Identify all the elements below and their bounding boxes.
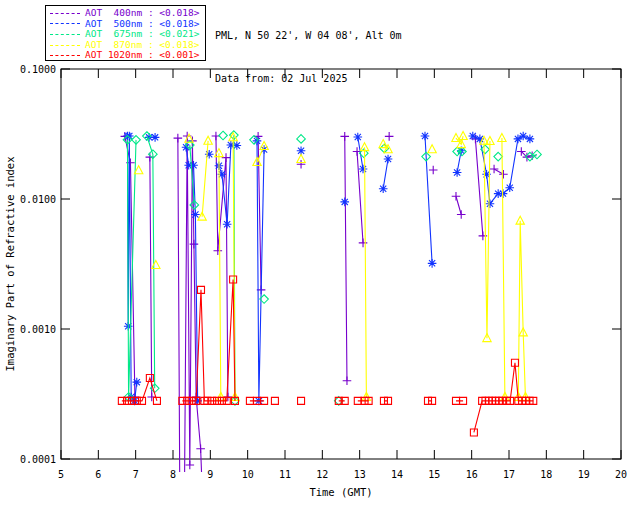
data-point-marker — [297, 135, 306, 144]
data-point-marker — [343, 376, 352, 385]
x-tick-label: 10 — [242, 469, 254, 480]
data-point-marker — [428, 259, 437, 268]
x-tick-label: 12 — [316, 469, 328, 480]
data-point-marker — [180, 475, 189, 484]
data-point-marker — [359, 239, 368, 248]
data-point-marker — [384, 155, 393, 164]
x-tick-label: 17 — [503, 469, 515, 480]
x-tick-label: 11 — [279, 469, 291, 480]
x-tick-label: 5 — [58, 469, 64, 480]
y-axis-title: Imaginary Part of Refractive index — [4, 157, 16, 372]
data-point-marker — [222, 153, 231, 162]
y-tick-label: 0.0010 — [20, 324, 56, 335]
x-tick-label: 13 — [354, 469, 366, 480]
series-line — [202, 136, 525, 397]
data-point-marker — [298, 397, 305, 404]
refractive-index-chart: 5678910111213141516171819200.10000.01000… — [0, 0, 640, 512]
x-tick-label: 14 — [391, 469, 403, 480]
data-point-marker — [219, 131, 228, 140]
data-point-marker — [499, 170, 508, 179]
data-point-marker — [385, 132, 394, 141]
data-point-marker — [490, 165, 499, 174]
x-tick-label: 19 — [578, 469, 590, 480]
data-point-marker — [152, 261, 160, 269]
data-point-marker — [429, 166, 438, 175]
x-axis-title: Time (GMT) — [309, 486, 372, 498]
y-tick-label: 0.1000 — [20, 64, 56, 75]
data-point-marker — [494, 152, 503, 161]
aeronet-refractive-index-screen: AOT 400nm : <0.018>AOT 500nm : <0.018>AO… — [0, 0, 640, 512]
data-point-marker — [340, 132, 349, 141]
data-point-marker — [452, 134, 460, 142]
data-point-marker — [132, 378, 141, 387]
data-point-marker — [359, 165, 368, 174]
data-point-marker — [191, 210, 200, 219]
data-point-marker — [151, 133, 160, 142]
series-aot-500nm — [123, 132, 534, 405]
data-point-marker — [340, 198, 349, 207]
series-aot-1020nm — [118, 276, 536, 436]
data-point-marker — [428, 145, 436, 153]
x-tick-label: 15 — [428, 469, 440, 480]
y-tick-label: 0.0001 — [20, 454, 56, 465]
data-point-marker — [526, 135, 535, 144]
data-point-marker — [223, 220, 232, 229]
series-aot-400nm — [121, 132, 537, 492]
data-point-marker — [175, 475, 184, 484]
x-axis: 567891011121314151617181920 — [58, 69, 627, 480]
data-point-marker — [379, 184, 388, 193]
data-point-marker — [174, 134, 183, 143]
x-tick-label: 6 — [95, 469, 101, 480]
x-tick-label: 7 — [133, 469, 139, 480]
data-point-marker — [186, 461, 195, 470]
x-tick-label: 9 — [207, 469, 213, 480]
data-point-marker — [486, 199, 495, 208]
data-point-marker — [214, 246, 223, 255]
data-point-marker — [196, 444, 205, 453]
series-line — [125, 136, 532, 488]
x-tick-label: 20 — [615, 469, 627, 480]
data-point-marker — [190, 240, 199, 249]
data-point-marker — [271, 397, 278, 404]
data-point-marker — [189, 161, 198, 170]
data-point-marker — [198, 484, 207, 493]
x-tick-label: 16 — [466, 469, 478, 480]
data-point-marker — [205, 150, 214, 159]
data-point-marker — [457, 210, 466, 219]
series-line — [122, 280, 533, 433]
data-point-marker — [452, 192, 461, 201]
x-tick-label: 8 — [170, 469, 176, 480]
data-point-marker — [453, 168, 462, 177]
data-point-marker — [421, 132, 430, 141]
x-tick-label: 18 — [540, 469, 552, 480]
y-tick-label: 0.0100 — [20, 194, 56, 205]
data-point-marker — [505, 183, 514, 192]
data-point-marker — [354, 133, 363, 142]
